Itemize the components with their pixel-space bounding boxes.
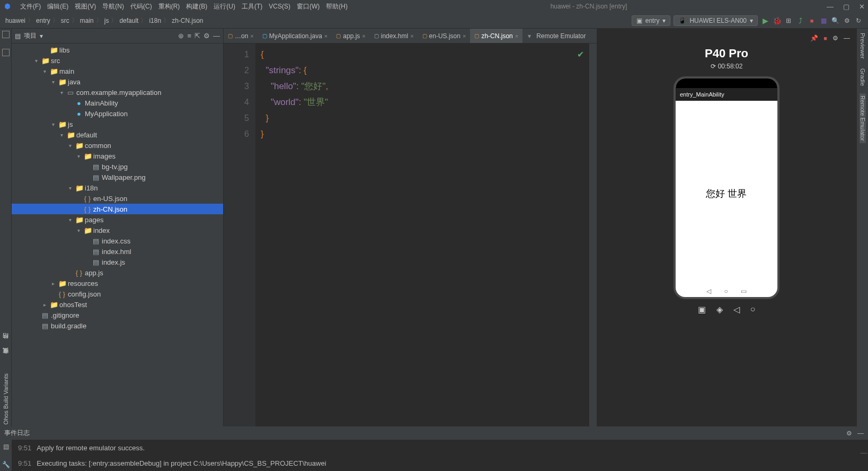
run-config-selector[interactable]: ▣ entry ▾ [632,15,671,26]
crumb-project[interactable]: huawei [5,17,25,24]
log-wrench-icon[interactable]: 🔧 [2,461,10,468]
tree-item-js[interactable]: ▾📁js [12,119,223,129]
tree-arrow-icon[interactable]: ▾ [33,58,39,64]
minimize-button[interactable]: — [827,3,834,11]
project-tool-icon[interactable] [2,31,10,38]
emulator-back-button[interactable]: ◁ [733,304,740,315]
close-button[interactable]: ✕ [859,3,865,11]
tree-item-indexcss[interactable]: ▤index.css [12,235,223,246]
tab-close-icon[interactable]: × [362,33,365,39]
tree-item-java[interactable]: ▾📁java [12,76,223,87]
right-tab-previewer[interactable]: Previewer [860,31,866,61]
stop-button[interactable]: ■ [808,18,816,24]
tree-arrow-icon[interactable]: ▾ [58,132,65,138]
menu-vcs[interactable]: VCS(S) [265,3,294,10]
menu-file[interactable]: 文件(F) [17,2,44,11]
emulator-settings-icon[interactable]: ⚙ [832,34,838,42]
code-editor[interactable]: ✔ { "strings": { "hello": "您好", "world":… [255,43,589,426]
profile-button[interactable]: ⤴ [796,16,804,25]
phone-home-icon[interactable]: ○ [724,287,728,295]
event-log-body[interactable]: 9:51Apply for remote emulator success. 9… [12,440,868,471]
tree-arrow-icon[interactable]: ▸ [50,281,56,286]
menu-edit[interactable]: 编辑(E) [44,2,72,11]
crumb-default[interactable]: default [119,17,138,24]
emulator-stop-button[interactable]: ■ [823,35,827,41]
tree-item-appjs[interactable]: { }app.js [12,267,223,278]
tree-item-libs[interactable]: 📁libs [12,45,223,55]
tree-arrow-icon[interactable]: ▾ [50,121,56,127]
run-button[interactable]: ▶ [761,16,769,25]
tree-item-index[interactable]: ▾📁index [12,225,223,235]
tree-item-comexamplemyapplication[interactable]: ▾▭com.example.myapplication [12,87,223,98]
tree-item-common[interactable]: ▾📁common [12,140,223,151]
menu-build[interactable]: 构建(B) [183,2,210,11]
pin-icon[interactable]: 📌 [810,34,818,42]
menu-navigate[interactable]: 导航(N) [99,2,127,11]
menu-window[interactable]: 窗口(W) [294,2,323,11]
inspections-ok-icon[interactable]: ✔ [577,47,584,63]
collapse-icon[interactable]: ⇱ [194,32,200,40]
device-selector[interactable]: 📱 HUAWEI ELS-AN00 ▾ [674,15,758,26]
crumb-src[interactable]: src [61,17,69,24]
tree-item-myapplication[interactable]: ●MyApplication [12,108,223,119]
tree-item-resources[interactable]: ▸📁resources [12,278,223,289]
crumb-i18n[interactable]: i18n [149,17,161,24]
crumb-module[interactable]: entry [36,17,50,24]
tree-item-src[interactable]: ▾📁src [12,55,223,66]
gear-icon[interactable]: ⚙ [203,32,210,40]
emulator-hide-icon[interactable]: — [844,34,850,42]
tab-close-icon[interactable]: × [324,33,327,39]
tree-item-indexjs[interactable]: ▤index.js [12,257,223,267]
crumb-main[interactable]: main [80,17,94,24]
locate-icon[interactable]: ⊕ [178,32,184,40]
tree-item-enusjson[interactable]: { }en-US.json [12,193,223,204]
tab-close-icon[interactable]: × [463,33,466,39]
phone-back-icon[interactable]: ◁ [706,287,711,295]
tree-arrow-icon[interactable]: ▾ [75,153,82,159]
editor-tab-enusjson[interactable]: ▢en-US.json× [418,29,471,43]
menu-help[interactable]: 帮助(H) [323,2,351,11]
tree-item-buildgradle[interactable]: ▤build.gradle [12,320,223,331]
crumb-js[interactable]: js [104,17,109,24]
tree-arrow-icon[interactable]: ▾ [67,143,73,149]
search-everywhere-button[interactable]: 🔍 [831,17,839,24]
hide-icon[interactable]: — [213,32,220,40]
tab-close-icon[interactable]: × [410,33,413,39]
emulator-home-button[interactable]: ○ [750,304,756,315]
tree-item-mainability[interactable]: ●MainAbility [12,98,223,108]
tree-arrow-icon[interactable]: ▾ [58,90,65,95]
tree-item-zhcnjson[interactable]: { }zh-CN.json [12,204,223,214]
menu-tools[interactable]: 工具(T) [238,2,265,11]
editor-tab-on[interactable]: ▢…on× [224,29,258,43]
project-tree[interactable]: 📁libs▾📁src▾📁main▾📁java▾▭com.example.myap… [12,43,223,426]
sync-button[interactable]: ↻ [854,17,863,24]
left-tab-buildvariants[interactable]: Ohos Build Variants [3,371,9,426]
menu-run[interactable]: 运行(U) [210,2,238,11]
tree-item-wallpaperpng[interactable]: ▤Wallpaper.png [12,172,223,182]
gear-icon[interactable]: ⚙ [846,430,852,437]
structure-tool-icon[interactable] [2,49,10,56]
settings-button[interactable]: ⚙ [843,17,851,24]
tree-arrow-icon[interactable]: ▸ [41,302,48,308]
tab-close-icon[interactable]: × [250,33,253,39]
right-tab-gradle[interactable]: Gradle [860,66,866,88]
phone-recent-icon[interactable]: ▭ [741,287,747,295]
log-filter-icon[interactable]: ▤ [3,443,9,450]
chevron-down-icon[interactable]: ▾ [528,32,531,40]
chevron-down-icon[interactable]: ▾ [40,32,43,40]
debug-button[interactable]: 🐞 [773,16,781,25]
tree-arrow-icon[interactable]: ▾ [67,185,73,191]
phone-frame[interactable]: entry_MainAbility 您好 世界 ◁ ○ ▭ [674,76,780,299]
left-tab-favorites[interactable]: 收藏夹 [2,356,10,361]
emulator-screenshot-button[interactable]: ▣ [698,304,706,315]
editor-tab-myapplicationjava[interactable]: ▢MyApplication.java× [258,29,332,43]
tree-item-bgtvjpg[interactable]: ▤bg-tv.jpg [12,161,223,172]
tree-item-ohostest[interactable]: ▸📁ohosTest [12,299,223,310]
tree-item-images[interactable]: ▾📁images [12,151,223,161]
flatten-icon[interactable]: ≡ [187,32,191,40]
coverage-button[interactable]: ⊞ [784,17,793,24]
menu-view[interactable]: 视图(V) [72,2,99,11]
crumb-file[interactable]: zh-CN.json [172,17,203,24]
emulator-rotate-button[interactable]: ◈ [716,304,723,315]
tree-arrow-icon[interactable]: ▾ [41,68,48,74]
